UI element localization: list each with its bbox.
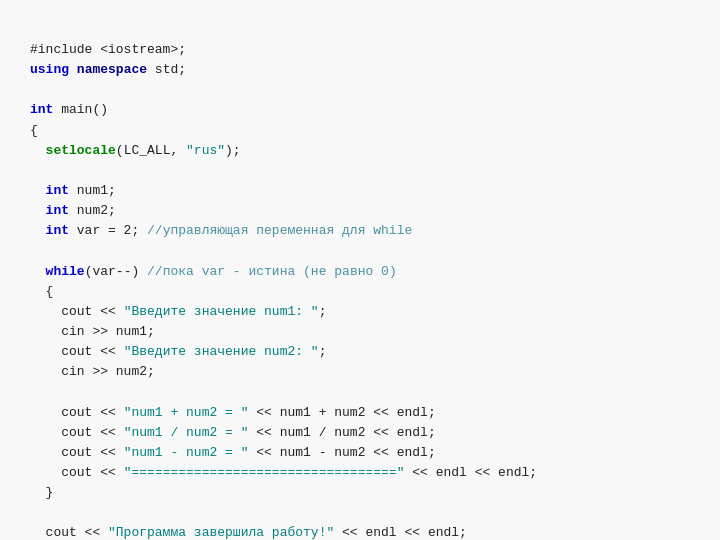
line-2: using namespace std; <box>30 60 690 80</box>
line-4: int main() <box>30 100 690 120</box>
line-18 <box>30 382 690 402</box>
line-3 <box>30 80 690 100</box>
line-6: setlocale(LC_ALL, "rus"); <box>30 141 690 161</box>
line-22: cout << "===============================… <box>30 463 690 483</box>
line-16: cout << "Введите значение num2: "; <box>30 342 690 362</box>
line-13: { <box>30 282 690 302</box>
line-12: while(var--) //пока var - истина (не рав… <box>30 262 690 282</box>
line-11 <box>30 241 690 261</box>
line-21: cout << "num1 - num2 = " << num1 - num2 … <box>30 443 690 463</box>
line-20: cout << "num1 / num2 = " << num1 / num2 … <box>30 423 690 443</box>
line-1: #include <iostream>; <box>30 40 690 60</box>
line-15: cin >> num1; <box>30 322 690 342</box>
line-25: cout << "Программа завершила работу!" <<… <box>30 523 690 540</box>
line-23: } <box>30 483 690 503</box>
line-8: int num1; <box>30 181 690 201</box>
line-7 <box>30 161 690 181</box>
line-5: { <box>30 121 690 141</box>
line-14: cout << "Введите значение num1: "; <box>30 302 690 322</box>
line-19: cout << "num1 + num2 = " << num1 + num2 … <box>30 403 690 423</box>
code-editor: #include <iostream>; using namespace std… <box>0 0 720 540</box>
line-17: cin >> num2; <box>30 362 690 382</box>
line-24 <box>30 503 690 523</box>
line-10: int var = 2; //управляющая переменная дл… <box>30 221 690 241</box>
line-9: int num2; <box>30 201 690 221</box>
